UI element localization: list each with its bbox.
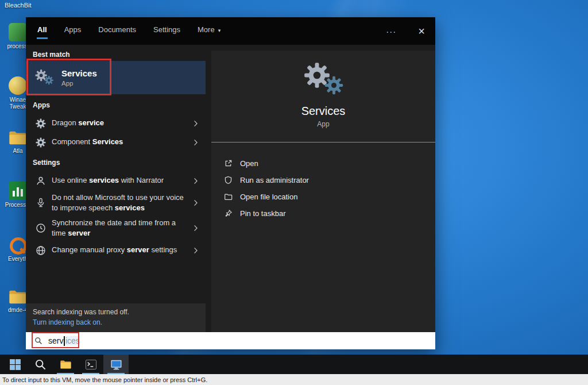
monitor-icon	[110, 359, 122, 371]
close-icon[interactable]: ×	[418, 25, 425, 37]
open-icon	[224, 159, 233, 168]
action-open-file-location[interactable]: Open file location	[211, 188, 435, 205]
settings-section-header: Settings	[26, 159, 206, 168]
pin-icon	[224, 209, 233, 218]
tab-label: More	[198, 25, 215, 34]
app-gear-icon	[36, 118, 46, 129]
search-icon	[34, 337, 42, 345]
tab-label: Settings	[153, 25, 180, 34]
chevron-right-icon[interactable]	[194, 120, 198, 128]
action-run-as-administrator[interactable]: Run as administrator	[211, 172, 435, 188]
taskbar	[0, 355, 588, 374]
screen: BleachBit processl Winae Tweak Atla Proc…	[0, 0, 588, 385]
more-options-icon[interactable]: ···	[386, 26, 396, 36]
tab-more[interactable]: More▾	[198, 23, 220, 39]
search-typed-text: serv	[48, 336, 63, 345]
person-icon	[36, 176, 46, 186]
clock-icon	[36, 223, 46, 233]
shield-icon	[224, 176, 233, 184]
chevron-right-icon[interactable]	[194, 247, 198, 255]
app-gear-icon	[36, 137, 46, 148]
best-match-title: Services	[61, 68, 97, 78]
tab-settings[interactable]: Settings	[153, 23, 180, 39]
desktop-icon-bleachbit[interactable]: BleachBit	[5, 2, 31, 9]
search-results-area: Best match Services App Apps	[26, 45, 435, 332]
vm-status-bar: To direct input to this VM, move the mou…	[0, 374, 588, 385]
best-match-header: Best match	[26, 51, 206, 60]
apps-section-header: Apps	[26, 101, 206, 110]
search-input[interactable]: serv ices	[26, 332, 435, 349]
tab-label: Apps	[64, 25, 82, 34]
start-button[interactable]	[2, 355, 28, 374]
search-tab-bar: All Apps Documents Settings More▾ ··· ×	[26, 17, 435, 45]
search-autocomplete-text: ices	[65, 336, 80, 345]
folder-icon	[8, 289, 28, 305]
folder-icon	[60, 359, 72, 371]
desktop-icon-label: dmde-4	[8, 307, 28, 314]
tab-documents[interactable]: Documents	[98, 23, 136, 39]
search-flyout: All Apps Documents Settings More▾ ··· × …	[26, 17, 435, 349]
action-pin-to-taskbar[interactable]: Pin to taskbar	[211, 205, 435, 222]
app-tile-icon	[9, 76, 27, 95]
chevron-right-icon[interactable]	[194, 177, 198, 185]
tab-label: All	[37, 25, 47, 34]
tab-apps[interactable]: Apps	[64, 23, 82, 39]
result-narrator-services[interactable]: Use online services with Narrator	[26, 171, 206, 190]
bar-chart-app-icon	[9, 182, 27, 200]
detail-subtitle: App	[317, 120, 329, 128]
folder-icon	[8, 130, 28, 146]
result-component-services[interactable]: Component Services	[26, 133, 206, 152]
action-open[interactable]: Open	[211, 155, 435, 172]
indexing-notice: Search indexing was turned off. Turn ind…	[26, 303, 206, 332]
windows-logo-icon	[9, 359, 21, 371]
folder-icon	[224, 192, 233, 201]
taskbar-search-button[interactable]	[28, 355, 53, 374]
search-icon	[34, 359, 47, 371]
taskbar-file-explorer-button[interactable]	[53, 355, 78, 374]
services-gear-icon	[35, 69, 55, 86]
result-time-server[interactable]: Synchronize the date and time from a tim…	[26, 215, 206, 241]
chevron-right-icon[interactable]	[194, 138, 198, 147]
terminal-icon	[85, 359, 97, 371]
taskbar-vm-app-button[interactable]	[103, 355, 129, 374]
detail-actions: Open Run as administrator Open file loca…	[211, 155, 435, 222]
magnifier-app-icon	[9, 237, 26, 254]
best-match-subtitle: App	[61, 80, 97, 87]
tab-label: Documents	[98, 25, 136, 34]
result-proxy-server[interactable]: Change manual proxy server settings	[26, 241, 206, 260]
tab-all[interactable]: All	[37, 23, 47, 39]
chevron-down-icon: ▾	[218, 28, 221, 33]
app-tile-icon	[9, 23, 27, 41]
vm-status-text: To direct input to this VM, move the mou…	[2, 376, 207, 383]
result-speech-services[interactable]: Do not allow Microsoft to use your voice…	[26, 190, 206, 215]
divider	[211, 142, 435, 143]
desktop-icon-label: Atla	[13, 148, 22, 155]
globe-icon	[36, 245, 46, 256]
desktop-icon-label: Everyth	[8, 256, 28, 263]
best-match-result-services[interactable]: Services App	[26, 61, 206, 94]
microphone-icon	[36, 198, 46, 208]
text-cursor	[64, 336, 65, 346]
indexing-status-text: Search indexing was turned off.	[33, 308, 199, 316]
services-gear-icon-large	[299, 61, 347, 98]
chevron-right-icon[interactable]	[194, 224, 198, 232]
chevron-right-icon[interactable]	[194, 199, 198, 207]
indexing-link[interactable]: Turn indexing back on.	[33, 318, 199, 326]
detail-title: Services	[301, 105, 346, 118]
result-dragon-service[interactable]: Dragon service	[26, 114, 206, 133]
results-panel: Best match Services App Apps	[26, 45, 206, 332]
taskbar-terminal-button[interactable]	[78, 355, 103, 374]
detail-panel: Services App Open Run as administrator O…	[211, 51, 435, 332]
